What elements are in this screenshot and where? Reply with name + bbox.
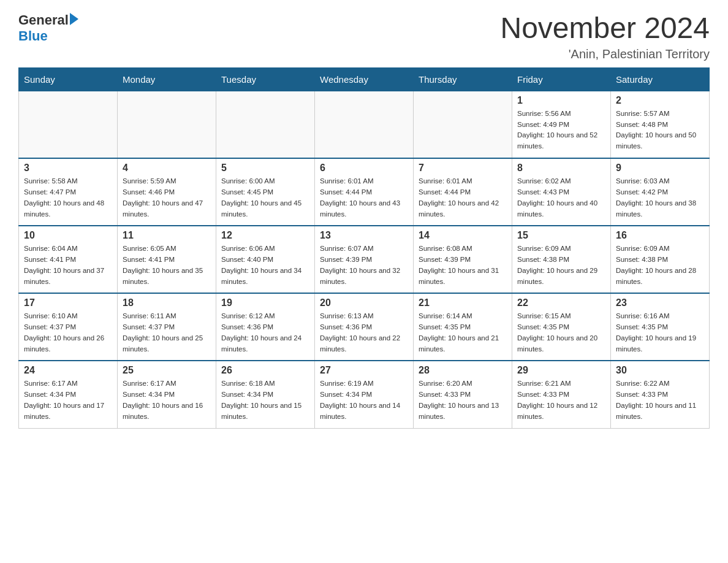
day-number: 3 bbox=[24, 163, 112, 174]
weekday-header-saturday: Saturday bbox=[611, 67, 710, 91]
day-info: Sunrise: 6:20 AMSunset: 4:33 PMDaylight:… bbox=[419, 378, 507, 422]
day-info: Sunrise: 6:16 AMSunset: 4:35 PMDaylight:… bbox=[616, 311, 704, 354]
day-number: 29 bbox=[517, 365, 605, 376]
day-info: Sunrise: 6:18 AMSunset: 4:34 PMDaylight:… bbox=[221, 378, 309, 422]
logo: General Blue bbox=[18, 12, 78, 44]
weekday-header-wednesday: Wednesday bbox=[315, 67, 414, 91]
calendar-day-cell: 26Sunrise: 6:18 AMSunset: 4:34 PMDayligh… bbox=[216, 361, 315, 428]
weekday-header-row: SundayMondayTuesdayWednesdayThursdayFrid… bbox=[19, 67, 710, 91]
logo-general: General bbox=[18, 12, 69, 28]
day-info: Sunrise: 6:00 AMSunset: 4:45 PMDaylight:… bbox=[221, 176, 309, 220]
calendar-table: SundayMondayTuesdayWednesdayThursdayFrid… bbox=[18, 67, 710, 429]
calendar-day-cell: 15Sunrise: 6:09 AMSunset: 4:38 PMDayligh… bbox=[512, 226, 611, 293]
calendar-day-cell: 12Sunrise: 6:06 AMSunset: 4:40 PMDayligh… bbox=[216, 226, 315, 293]
day-info: Sunrise: 6:09 AMSunset: 4:38 PMDaylight:… bbox=[616, 243, 704, 287]
calendar-day-cell: 18Sunrise: 6:11 AMSunset: 4:37 PMDayligh… bbox=[118, 293, 216, 361]
day-number: 7 bbox=[419, 163, 507, 174]
day-number: 16 bbox=[616, 230, 704, 241]
day-info: Sunrise: 6:19 AMSunset: 4:34 PMDaylight:… bbox=[320, 378, 408, 422]
calendar-day-cell: 8Sunrise: 6:02 AMSunset: 4:43 PMDaylight… bbox=[512, 158, 611, 226]
calendar-day-cell: 14Sunrise: 6:08 AMSunset: 4:39 PMDayligh… bbox=[414, 226, 512, 293]
day-info: Sunrise: 6:21 AMSunset: 4:33 PMDaylight:… bbox=[517, 378, 605, 422]
calendar-day-cell: 23Sunrise: 6:16 AMSunset: 4:35 PMDayligh… bbox=[611, 293, 710, 361]
calendar-day-cell: 7Sunrise: 6:01 AMSunset: 4:44 PMDaylight… bbox=[414, 158, 512, 226]
day-number: 17 bbox=[24, 297, 112, 308]
day-number: 13 bbox=[320, 230, 408, 241]
calendar-day-cell: 27Sunrise: 6:19 AMSunset: 4:34 PMDayligh… bbox=[315, 361, 414, 428]
logo-arrow-icon bbox=[70, 13, 78, 25]
day-info: Sunrise: 5:59 AMSunset: 4:46 PMDaylight:… bbox=[123, 176, 211, 220]
day-number: 10 bbox=[24, 230, 112, 241]
calendar-day-cell bbox=[118, 91, 216, 158]
calendar-week-row: 1Sunrise: 5:56 AMSunset: 4:49 PMDaylight… bbox=[19, 91, 710, 158]
calendar-day-cell: 11Sunrise: 6:05 AMSunset: 4:41 PMDayligh… bbox=[118, 226, 216, 293]
weekday-header-sunday: Sunday bbox=[19, 67, 118, 91]
day-number: 9 bbox=[616, 163, 704, 174]
day-info: Sunrise: 6:08 AMSunset: 4:39 PMDaylight:… bbox=[419, 243, 507, 287]
day-info: Sunrise: 5:57 AMSunset: 4:48 PMDaylight:… bbox=[616, 109, 704, 152]
calendar-day-cell: 19Sunrise: 6:12 AMSunset: 4:36 PMDayligh… bbox=[216, 293, 315, 361]
day-number: 1 bbox=[517, 95, 605, 106]
calendar-day-cell: 21Sunrise: 6:14 AMSunset: 4:35 PMDayligh… bbox=[414, 293, 512, 361]
calendar-day-cell: 13Sunrise: 6:07 AMSunset: 4:39 PMDayligh… bbox=[315, 226, 414, 293]
calendar-day-cell: 30Sunrise: 6:22 AMSunset: 4:33 PMDayligh… bbox=[611, 361, 710, 428]
day-number: 23 bbox=[616, 297, 704, 308]
day-number: 21 bbox=[419, 297, 507, 308]
day-info: Sunrise: 6:17 AMSunset: 4:34 PMDaylight:… bbox=[123, 378, 211, 422]
weekday-header-thursday: Thursday bbox=[414, 67, 512, 91]
calendar-day-cell: 25Sunrise: 6:17 AMSunset: 4:34 PMDayligh… bbox=[118, 361, 216, 428]
day-info: Sunrise: 6:05 AMSunset: 4:41 PMDaylight:… bbox=[123, 243, 211, 287]
calendar-day-cell: 22Sunrise: 6:15 AMSunset: 4:35 PMDayligh… bbox=[512, 293, 611, 361]
day-number: 12 bbox=[221, 230, 309, 241]
calendar-day-cell: 29Sunrise: 6:21 AMSunset: 4:33 PMDayligh… bbox=[512, 361, 611, 428]
day-info: Sunrise: 6:15 AMSunset: 4:35 PMDaylight:… bbox=[517, 311, 605, 354]
calendar-day-cell: 1Sunrise: 5:56 AMSunset: 4:49 PMDaylight… bbox=[512, 91, 611, 158]
calendar-week-row: 17Sunrise: 6:10 AMSunset: 4:37 PMDayligh… bbox=[19, 293, 710, 361]
day-number: 15 bbox=[517, 230, 605, 241]
day-info: Sunrise: 5:58 AMSunset: 4:47 PMDaylight:… bbox=[24, 176, 112, 220]
calendar-day-cell: 9Sunrise: 6:03 AMSunset: 4:42 PMDaylight… bbox=[611, 158, 710, 226]
location-title: 'Anin, Palestinian Territory bbox=[500, 47, 710, 61]
calendar-day-cell: 20Sunrise: 6:13 AMSunset: 4:36 PMDayligh… bbox=[315, 293, 414, 361]
calendar-week-row: 10Sunrise: 6:04 AMSunset: 4:41 PMDayligh… bbox=[19, 226, 710, 293]
day-info: Sunrise: 6:03 AMSunset: 4:42 PMDaylight:… bbox=[616, 176, 704, 220]
calendar-day-cell: 24Sunrise: 6:17 AMSunset: 4:34 PMDayligh… bbox=[19, 361, 118, 428]
day-number: 14 bbox=[419, 230, 507, 241]
day-info: Sunrise: 6:10 AMSunset: 4:37 PMDaylight:… bbox=[24, 311, 112, 354]
day-info: Sunrise: 6:01 AMSunset: 4:44 PMDaylight:… bbox=[419, 176, 507, 220]
day-number: 28 bbox=[419, 365, 507, 376]
day-number: 18 bbox=[123, 297, 211, 308]
day-info: Sunrise: 6:01 AMSunset: 4:44 PMDaylight:… bbox=[320, 176, 408, 220]
day-number: 24 bbox=[24, 365, 112, 376]
calendar-day-cell: 3Sunrise: 5:58 AMSunset: 4:47 PMDaylight… bbox=[19, 158, 118, 226]
calendar-day-cell: 5Sunrise: 6:00 AMSunset: 4:45 PMDaylight… bbox=[216, 158, 315, 226]
day-number: 22 bbox=[517, 297, 605, 308]
day-info: Sunrise: 5:56 AMSunset: 4:49 PMDaylight:… bbox=[517, 109, 605, 152]
day-number: 2 bbox=[616, 95, 704, 106]
day-info: Sunrise: 6:14 AMSunset: 4:35 PMDaylight:… bbox=[419, 311, 507, 354]
calendar-day-cell bbox=[414, 91, 512, 158]
day-info: Sunrise: 6:11 AMSunset: 4:37 PMDaylight:… bbox=[123, 311, 211, 354]
logo-blue: Blue bbox=[18, 28, 78, 44]
weekday-header-friday: Friday bbox=[512, 67, 611, 91]
month-title: November 2024 bbox=[500, 12, 710, 45]
day-number: 27 bbox=[320, 365, 408, 376]
day-number: 30 bbox=[616, 365, 704, 376]
calendar-day-cell: 4Sunrise: 5:59 AMSunset: 4:46 PMDaylight… bbox=[118, 158, 216, 226]
calendar-day-cell bbox=[19, 91, 118, 158]
weekday-header-tuesday: Tuesday bbox=[216, 67, 315, 91]
day-info: Sunrise: 6:09 AMSunset: 4:38 PMDaylight:… bbox=[517, 243, 605, 287]
weekday-header-monday: Monday bbox=[118, 67, 216, 91]
calendar-day-cell bbox=[315, 91, 414, 158]
title-section: November 2024 'Anin, Palestinian Territo… bbox=[500, 12, 710, 61]
day-number: 11 bbox=[123, 230, 211, 241]
calendar-day-cell: 10Sunrise: 6:04 AMSunset: 4:41 PMDayligh… bbox=[19, 226, 118, 293]
calendar-day-cell: 16Sunrise: 6:09 AMSunset: 4:38 PMDayligh… bbox=[611, 226, 710, 293]
day-info: Sunrise: 6:07 AMSunset: 4:39 PMDaylight:… bbox=[320, 243, 408, 287]
day-info: Sunrise: 6:22 AMSunset: 4:33 PMDaylight:… bbox=[616, 378, 704, 422]
day-info: Sunrise: 6:02 AMSunset: 4:43 PMDaylight:… bbox=[517, 176, 605, 220]
calendar-week-row: 3Sunrise: 5:58 AMSunset: 4:47 PMDaylight… bbox=[19, 158, 710, 226]
calendar-day-cell: 28Sunrise: 6:20 AMSunset: 4:33 PMDayligh… bbox=[414, 361, 512, 428]
day-info: Sunrise: 6:04 AMSunset: 4:41 PMDaylight:… bbox=[24, 243, 112, 287]
calendar-day-cell bbox=[216, 91, 315, 158]
